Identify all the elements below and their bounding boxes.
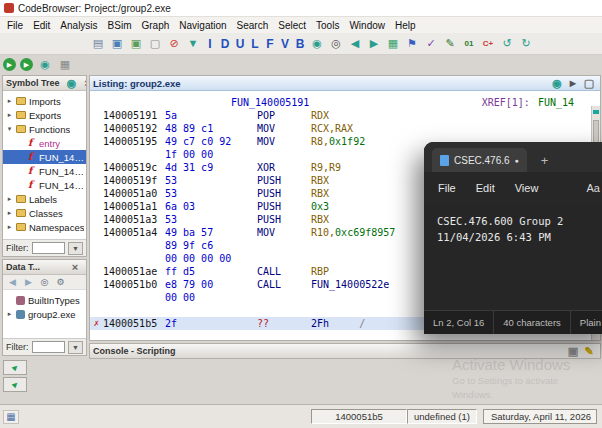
search-icon[interactable]: ◎: [38, 276, 51, 289]
notepad-menu-view[interactable]: View: [505, 182, 549, 194]
symbol-tree-item-fun_140005305[interactable]: fFUN_140005305: [3, 178, 86, 192]
listing-row-140005192[interactable]: 14000519248 89 c1MOVRCX,RAX: [90, 122, 588, 135]
listing-header[interactable]: Listing: group2.exe ◉►▢: [90, 76, 600, 91]
expand-arrow-icon[interactable]: ▾: [6, 125, 13, 133]
expand-arrow-icon[interactable]: ▸: [6, 97, 13, 105]
symbol-tree-header[interactable]: Symbol Tree ◉×: [3, 76, 86, 91]
menu-help[interactable]: Help: [390, 20, 421, 31]
cursor-arrow-icon[interactable]: ►: [565, 75, 581, 91]
byte-letter-button[interactable]: B: [294, 36, 306, 52]
nav-back-icon[interactable]: ◀: [347, 36, 363, 52]
symbol-tree-item-fun_1400050d6[interactable]: fFUN_1400050d6: [3, 150, 86, 164]
close-icon[interactable]: ×: [80, 75, 87, 91]
data-type-item-group2.exe[interactable]: ▸group2.exe: [3, 307, 86, 321]
operands-field: RDX: [311, 109, 588, 122]
notepad-menu-file[interactable]: File: [428, 182, 466, 194]
back-icon[interactable]: ◀: [6, 276, 19, 289]
xref-target[interactable]: FUN_14: [538, 96, 574, 109]
symbol-tree-item-labels[interactable]: ▸Labels: [3, 192, 86, 206]
font-settings-button[interactable]: Aa: [587, 182, 600, 194]
data-type-item-builtintypes[interactable]: BuiltInTypes: [3, 293, 86, 307]
snapshot-camera-icon[interactable]: ◉: [64, 75, 80, 91]
notepad-menu-edit[interactable]: Edit: [466, 182, 505, 194]
symbol-tree-item-exports[interactable]: ▸Exports: [3, 108, 86, 122]
label-letter-button[interactable]: L: [249, 36, 261, 52]
undo-icon[interactable]: ↺: [499, 36, 515, 52]
camera-icon[interactable]: ◉: [37, 57, 53, 73]
listing-row-140005191[interactable]: 1400051915aPOPRDX: [90, 109, 588, 122]
menu-select[interactable]: Select: [273, 20, 311, 31]
data-type-label: group2.exe: [28, 309, 76, 320]
redo-icon[interactable]: ↻: [518, 36, 534, 52]
bookmark-flag-icon[interactable]: ⚑: [404, 36, 420, 52]
binary-bytes-icon[interactable]: 01: [461, 36, 477, 52]
snapshot-camera-icon[interactable]: ◉: [309, 36, 325, 52]
symbol-tree-item-classes[interactable]: ▸Classes: [3, 206, 86, 220]
notepad-tab[interactable]: CSEC.476.6 ●: [432, 148, 527, 172]
symbol-tree-item-entry[interactable]: fentry: [3, 136, 86, 150]
data-types-filter-input[interactable]: [32, 341, 66, 353]
nav-forward-icon[interactable]: ▶: [366, 36, 382, 52]
menu-tools[interactable]: Tools: [311, 20, 344, 31]
menu-navigation[interactable]: Navigation: [174, 20, 231, 31]
instruction-letter-button[interactable]: I: [204, 36, 216, 52]
menu-graph[interactable]: Graph: [137, 20, 175, 31]
restore-panel-button[interactable]: ►: [3, 360, 27, 375]
menu-edit[interactable]: Edit: [28, 20, 55, 31]
snapshot-camera-icon[interactable]: ◉: [549, 75, 565, 91]
symbol-tree-item-imports[interactable]: ▸Imports: [3, 94, 86, 108]
clone-page-icon[interactable]: ▢: [147, 36, 163, 52]
search-icon[interactable]: ◎: [328, 36, 344, 52]
symbol-filter-input[interactable]: [32, 242, 66, 254]
restore-panel-button[interactable]: ►: [3, 377, 27, 392]
validate-check-icon[interactable]: ✓: [423, 36, 439, 52]
symbol-tree-item-namespaces[interactable]: ▸Namespaces: [3, 220, 86, 234]
forward-icon[interactable]: ▶: [22, 276, 35, 289]
script-manager-icon[interactable]: ✎: [442, 36, 458, 52]
paste-icon[interactable]: ▣: [128, 36, 144, 52]
expand-arrow-icon[interactable]: ▸: [6, 111, 13, 119]
filter-options-button[interactable]: ▼: [68, 341, 83, 354]
scroll-lock-icon[interactable]: ▣: [565, 343, 581, 359]
clear-icon[interactable]: ⊘: [166, 36, 182, 52]
filter-options-button[interactable]: ▼: [68, 242, 83, 255]
menu-window[interactable]: Window: [344, 20, 390, 31]
symbol-label: Imports: [29, 96, 61, 107]
copy-icon[interactable]: ▣: [109, 36, 125, 52]
new-tab-button[interactable]: +: [541, 153, 549, 168]
clone-window-icon[interactable]: ▢: [581, 75, 597, 91]
notepad-text-area[interactable]: CSEC.476.600 Group 211/04/2026 6:43 PM: [424, 204, 602, 310]
save-icon[interactable]: ▤: [90, 36, 106, 52]
go-next-icon[interactable]: ▶: [20, 58, 33, 71]
go-run-icon[interactable]: ▶: [3, 58, 16, 71]
undefine-letter-button[interactable]: U: [234, 36, 246, 52]
menu-bsim[interactable]: BSim: [103, 20, 137, 31]
console-header[interactable]: Console - Scripting ▣✎: [90, 344, 600, 359]
memory-map-icon[interactable]: ▦: [385, 36, 401, 52]
variable-letter-button[interactable]: V: [279, 36, 291, 52]
expand-arrow-icon[interactable]: ▸: [6, 223, 13, 231]
menu-analysis[interactable]: Analysis: [55, 20, 102, 31]
mnemonic-field: CALL: [257, 278, 311, 291]
datatype-cpp-icon[interactable]: C+: [480, 36, 496, 52]
pulldown-icon[interactable]: ▼: [185, 36, 201, 52]
settings-gear-icon[interactable]: ⚙: [54, 276, 67, 289]
window-tile-icon[interactable]: ▦: [57, 57, 73, 73]
status-tool-icon[interactable]: ▦: [3, 410, 19, 424]
symbol-tree-item-fun_14000522e[interactable]: fFUN_14000522e: [3, 164, 86, 178]
menu-file[interactable]: File: [2, 20, 28, 31]
close-icon[interactable]: ×: [67, 259, 83, 275]
title-bar: CodeBrowser: Project:/group2.exe: [0, 0, 602, 17]
expand-arrow-icon[interactable]: ▸: [6, 209, 13, 217]
data-types-header[interactable]: Data T... ×: [3, 260, 86, 275]
symbol-label: Exports: [29, 110, 61, 121]
expand-arrow-icon[interactable]: ▸: [6, 195, 13, 203]
function-letter-button[interactable]: F: [264, 36, 276, 52]
menu-search[interactable]: Search: [232, 20, 274, 31]
edit-pencil-icon[interactable]: ✎: [581, 343, 597, 359]
symbol-tree-item-functions[interactable]: ▾Functions: [3, 122, 86, 136]
data-letter-button[interactable]: D: [219, 36, 231, 52]
bytes-field: 48 89 c1: [165, 122, 257, 135]
row-margin: [90, 174, 103, 187]
expand-arrow-icon[interactable]: ▸: [6, 310, 13, 318]
